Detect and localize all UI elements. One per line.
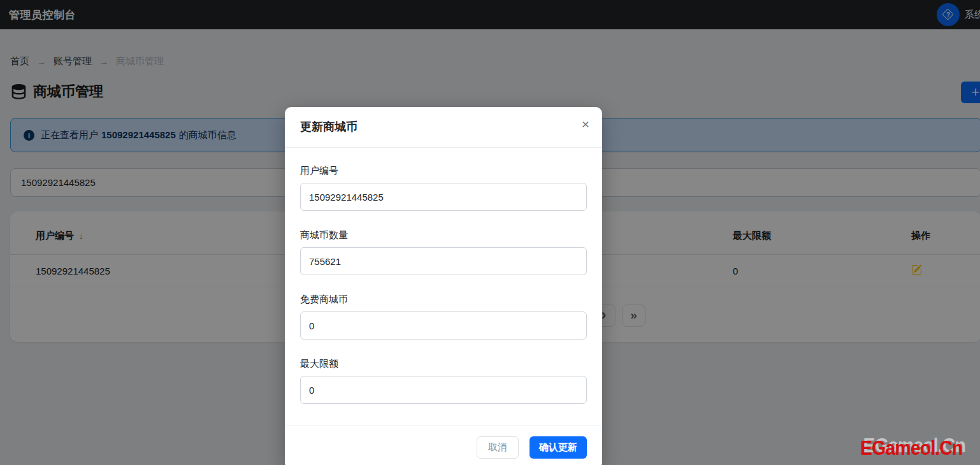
max-limit-input[interactable] [300, 376, 587, 404]
field-coin-amount: 商城币数量 [300, 227, 587, 275]
field-max-limit: 最大限额 [300, 356, 587, 404]
field-label: 最大限额 [300, 356, 587, 371]
watermark: EGameol.Cn [860, 437, 962, 460]
update-coin-modal: 更新商城币 × 用户编号 商城币数量 免费商城币 最大限额 取消 确认更新 [285, 107, 602, 465]
field-label: 免费商城币 [300, 292, 587, 306]
user-id-input[interactable] [300, 183, 587, 211]
field-user-id: 用户编号 [300, 163, 587, 211]
confirm-update-button[interactable]: 确认更新 [530, 436, 587, 459]
field-label: 商城币数量 [300, 227, 587, 242]
modal-header: 更新商城币 × [285, 107, 602, 148]
coin-amount-input[interactable] [300, 247, 587, 275]
field-label: 用户编号 [300, 163, 587, 178]
free-coin-input[interactable] [300, 311, 587, 340]
modal-footer: 取消 确认更新 [285, 426, 602, 465]
admin-console-screen: 管理员控制台 ? 系统 首页 → 账号管理 → 商城币管理 商城币管理 + i [0, 0, 980, 465]
cancel-button[interactable]: 取消 [477, 436, 519, 459]
modal-title: 更新商城币 [300, 118, 587, 136]
close-icon[interactable]: × [582, 117, 589, 131]
modal-body: 用户编号 商城币数量 免费商城币 最大限额 [285, 148, 602, 426]
field-free-coin: 免费商城币 [300, 292, 587, 340]
